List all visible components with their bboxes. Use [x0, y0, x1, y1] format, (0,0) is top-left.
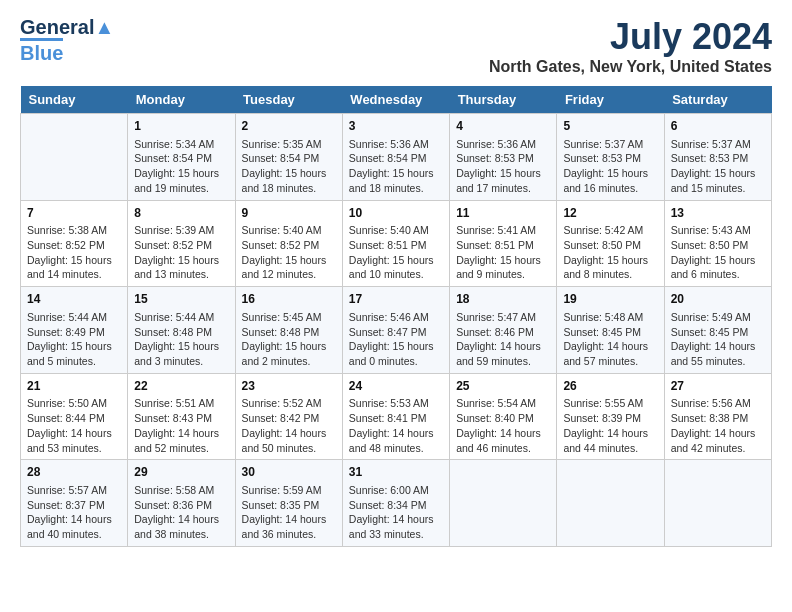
day-info: Sunrise: 5:46 AM Sunset: 8:47 PM Dayligh…: [349, 310, 443, 369]
calendar-header-row: SundayMondayTuesdayWednesdayThursdayFrid…: [21, 86, 772, 114]
subtitle: North Gates, New York, United States: [489, 58, 772, 76]
day-number: 25: [456, 378, 550, 395]
day-number: 10: [349, 205, 443, 222]
week-row-3: 14Sunrise: 5:44 AM Sunset: 8:49 PM Dayli…: [21, 287, 772, 374]
day-info: Sunrise: 5:36 AM Sunset: 8:53 PM Dayligh…: [456, 137, 550, 196]
day-info: Sunrise: 5:34 AM Sunset: 8:54 PM Dayligh…: [134, 137, 228, 196]
week-row-4: 21Sunrise: 5:50 AM Sunset: 8:44 PM Dayli…: [21, 373, 772, 460]
day-number: 8: [134, 205, 228, 222]
day-number: 3: [349, 118, 443, 135]
header-sunday: Sunday: [21, 86, 128, 114]
day-info: Sunrise: 5:48 AM Sunset: 8:45 PM Dayligh…: [563, 310, 657, 369]
day-number: 15: [134, 291, 228, 308]
day-info: Sunrise: 5:35 AM Sunset: 8:54 PM Dayligh…: [242, 137, 336, 196]
day-cell: 21Sunrise: 5:50 AM Sunset: 8:44 PM Dayli…: [21, 373, 128, 460]
day-cell: 5Sunrise: 5:37 AM Sunset: 8:53 PM Daylig…: [557, 114, 664, 201]
day-info: Sunrise: 5:45 AM Sunset: 8:48 PM Dayligh…: [242, 310, 336, 369]
day-number: 4: [456, 118, 550, 135]
day-cell: 25Sunrise: 5:54 AM Sunset: 8:40 PM Dayli…: [450, 373, 557, 460]
day-number: 5: [563, 118, 657, 135]
day-cell: 9Sunrise: 5:40 AM Sunset: 8:52 PM Daylig…: [235, 200, 342, 287]
day-cell: 19Sunrise: 5:48 AM Sunset: 8:45 PM Dayli…: [557, 287, 664, 374]
day-info: Sunrise: 5:36 AM Sunset: 8:54 PM Dayligh…: [349, 137, 443, 196]
header-tuesday: Tuesday: [235, 86, 342, 114]
day-cell: 28Sunrise: 5:57 AM Sunset: 8:37 PM Dayli…: [21, 460, 128, 547]
day-number: 27: [671, 378, 765, 395]
day-cell: [21, 114, 128, 201]
day-number: 28: [27, 464, 121, 481]
day-cell: 13Sunrise: 5:43 AM Sunset: 8:50 PM Dayli…: [664, 200, 771, 287]
day-info: Sunrise: 5:39 AM Sunset: 8:52 PM Dayligh…: [134, 223, 228, 282]
day-info: Sunrise: 5:47 AM Sunset: 8:46 PM Dayligh…: [456, 310, 550, 369]
day-number: 20: [671, 291, 765, 308]
day-cell: [664, 460, 771, 547]
day-cell: 27Sunrise: 5:56 AM Sunset: 8:38 PM Dayli…: [664, 373, 771, 460]
header-friday: Friday: [557, 86, 664, 114]
day-cell: 24Sunrise: 5:53 AM Sunset: 8:41 PM Dayli…: [342, 373, 449, 460]
day-number: 30: [242, 464, 336, 481]
day-info: Sunrise: 5:44 AM Sunset: 8:48 PM Dayligh…: [134, 310, 228, 369]
day-cell: 16Sunrise: 5:45 AM Sunset: 8:48 PM Dayli…: [235, 287, 342, 374]
day-info: Sunrise: 5:50 AM Sunset: 8:44 PM Dayligh…: [27, 396, 121, 455]
day-cell: 29Sunrise: 5:58 AM Sunset: 8:36 PM Dayli…: [128, 460, 235, 547]
day-info: Sunrise: 5:56 AM Sunset: 8:38 PM Dayligh…: [671, 396, 765, 455]
day-number: 19: [563, 291, 657, 308]
week-row-5: 28Sunrise: 5:57 AM Sunset: 8:37 PM Dayli…: [21, 460, 772, 547]
day-number: 23: [242, 378, 336, 395]
day-cell: 18Sunrise: 5:47 AM Sunset: 8:46 PM Dayli…: [450, 287, 557, 374]
day-number: 17: [349, 291, 443, 308]
day-info: Sunrise: 5:43 AM Sunset: 8:50 PM Dayligh…: [671, 223, 765, 282]
day-info: Sunrise: 6:00 AM Sunset: 8:34 PM Dayligh…: [349, 483, 443, 542]
day-info: Sunrise: 5:37 AM Sunset: 8:53 PM Dayligh…: [671, 137, 765, 196]
day-cell: 31Sunrise: 6:00 AM Sunset: 8:34 PM Dayli…: [342, 460, 449, 547]
calendar-body: 1Sunrise: 5:34 AM Sunset: 8:54 PM Daylig…: [21, 114, 772, 547]
day-info: Sunrise: 5:52 AM Sunset: 8:42 PM Dayligh…: [242, 396, 336, 455]
day-number: 22: [134, 378, 228, 395]
day-number: 12: [563, 205, 657, 222]
day-number: 31: [349, 464, 443, 481]
day-info: Sunrise: 5:49 AM Sunset: 8:45 PM Dayligh…: [671, 310, 765, 369]
day-info: Sunrise: 5:44 AM Sunset: 8:49 PM Dayligh…: [27, 310, 121, 369]
logo-blue: Blue: [20, 38, 63, 65]
day-cell: 1Sunrise: 5:34 AM Sunset: 8:54 PM Daylig…: [128, 114, 235, 201]
day-number: 24: [349, 378, 443, 395]
logo: General▲ Blue: [20, 16, 114, 65]
main-title: July 2024: [489, 16, 772, 58]
header-thursday: Thursday: [450, 86, 557, 114]
day-cell: 15Sunrise: 5:44 AM Sunset: 8:48 PM Dayli…: [128, 287, 235, 374]
day-cell: 7Sunrise: 5:38 AM Sunset: 8:52 PM Daylig…: [21, 200, 128, 287]
day-cell: 12Sunrise: 5:42 AM Sunset: 8:50 PM Dayli…: [557, 200, 664, 287]
day-cell: 4Sunrise: 5:36 AM Sunset: 8:53 PM Daylig…: [450, 114, 557, 201]
header-monday: Monday: [128, 86, 235, 114]
day-number: 16: [242, 291, 336, 308]
day-cell: 14Sunrise: 5:44 AM Sunset: 8:49 PM Dayli…: [21, 287, 128, 374]
day-number: 13: [671, 205, 765, 222]
day-number: 11: [456, 205, 550, 222]
day-info: Sunrise: 5:58 AM Sunset: 8:36 PM Dayligh…: [134, 483, 228, 542]
day-info: Sunrise: 5:55 AM Sunset: 8:39 PM Dayligh…: [563, 396, 657, 455]
day-cell: 3Sunrise: 5:36 AM Sunset: 8:54 PM Daylig…: [342, 114, 449, 201]
day-cell: 26Sunrise: 5:55 AM Sunset: 8:39 PM Dayli…: [557, 373, 664, 460]
day-number: 2: [242, 118, 336, 135]
day-info: Sunrise: 5:37 AM Sunset: 8:53 PM Dayligh…: [563, 137, 657, 196]
day-cell: 2Sunrise: 5:35 AM Sunset: 8:54 PM Daylig…: [235, 114, 342, 201]
day-info: Sunrise: 5:40 AM Sunset: 8:52 PM Dayligh…: [242, 223, 336, 282]
title-area: July 2024 North Gates, New York, United …: [489, 16, 772, 76]
header-wednesday: Wednesday: [342, 86, 449, 114]
day-cell: 17Sunrise: 5:46 AM Sunset: 8:47 PM Dayli…: [342, 287, 449, 374]
day-cell: 30Sunrise: 5:59 AM Sunset: 8:35 PM Dayli…: [235, 460, 342, 547]
day-cell: 6Sunrise: 5:37 AM Sunset: 8:53 PM Daylig…: [664, 114, 771, 201]
day-number: 21: [27, 378, 121, 395]
day-cell: 23Sunrise: 5:52 AM Sunset: 8:42 PM Dayli…: [235, 373, 342, 460]
day-number: 6: [671, 118, 765, 135]
day-number: 26: [563, 378, 657, 395]
day-info: Sunrise: 5:51 AM Sunset: 8:43 PM Dayligh…: [134, 396, 228, 455]
day-cell: 22Sunrise: 5:51 AM Sunset: 8:43 PM Dayli…: [128, 373, 235, 460]
week-row-2: 7Sunrise: 5:38 AM Sunset: 8:52 PM Daylig…: [21, 200, 772, 287]
header-saturday: Saturday: [664, 86, 771, 114]
day-cell: 20Sunrise: 5:49 AM Sunset: 8:45 PM Dayli…: [664, 287, 771, 374]
day-info: Sunrise: 5:41 AM Sunset: 8:51 PM Dayligh…: [456, 223, 550, 282]
day-number: 9: [242, 205, 336, 222]
day-number: 14: [27, 291, 121, 308]
header: General▲ Blue July 2024 North Gates, New…: [20, 16, 772, 76]
